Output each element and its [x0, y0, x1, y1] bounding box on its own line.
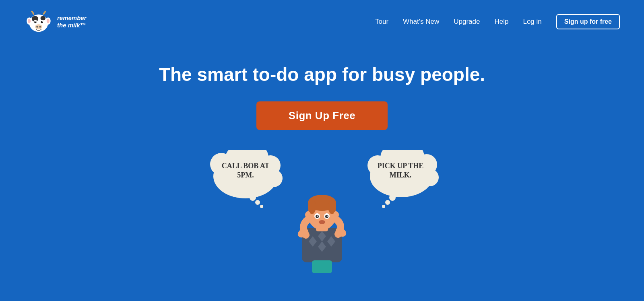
svg-point-9 — [34, 21, 36, 23]
svg-point-11 — [35, 21, 36, 22]
svg-point-2 — [28, 19, 31, 23]
hero-headline: The smart to-do app for busy people. — [159, 64, 485, 85]
main-nav: remember the milk™ Tour What's New Upgra… — [0, 0, 644, 43]
svg-point-12 — [42, 21, 43, 22]
brand-line1: remember — [57, 14, 87, 21]
thought-right-text: PICK UP THE MILK. — [378, 162, 424, 179]
svg-point-51 — [317, 216, 318, 217]
svg-point-24 — [260, 205, 263, 208]
svg-point-52 — [327, 216, 328, 217]
nav-upgrade[interactable]: Upgrade — [454, 18, 480, 26]
svg-point-31 — [389, 194, 396, 201]
svg-point-23 — [255, 200, 260, 205]
nav-links: Tour What's New Upgrade Help Log in Sign… — [375, 14, 620, 29]
brand-line2: the milk™ — [57, 22, 86, 29]
thought-left-text: CALL BOB AT 5PM. — [222, 162, 270, 179]
hero-section: The smart to-do app for busy people. Sig… — [0, 43, 644, 275]
svg-point-33 — [382, 205, 385, 208]
svg-point-14 — [36, 26, 38, 28]
svg-point-13 — [35, 24, 42, 29]
thought-bubble-right: PICK UP THE MILK. — [362, 150, 439, 206]
nav-signup-button[interactable]: Sign up for free — [556, 14, 620, 29]
thought-bubble-left: CALL BOB AT 5PM. — [205, 150, 286, 206]
svg-point-10 — [41, 21, 43, 23]
logo[interactable]: remember the milk™ — [24, 7, 87, 36]
person-illustration — [288, 169, 356, 275]
nav-tour[interactable]: Tour — [375, 18, 388, 26]
svg-point-53 — [319, 220, 325, 224]
nav-help[interactable]: Help — [494, 18, 508, 26]
svg-point-22 — [250, 194, 256, 201]
svg-point-4 — [47, 19, 50, 23]
svg-point-6 — [41, 16, 46, 21]
svg-point-32 — [385, 200, 390, 205]
svg-point-15 — [39, 26, 41, 28]
hero-illustration: CALL BOB AT 5PM. PICK UP THE MILK. — [201, 146, 443, 275]
nav-login[interactable]: Log in — [523, 18, 541, 26]
svg-rect-39 — [312, 260, 332, 273]
hero-signup-button[interactable]: Sign Up Free — [256, 101, 388, 130]
nav-whats-new[interactable]: What's New — [403, 18, 439, 26]
brand-name: remember the milk™ — [57, 14, 87, 29]
cow-logo-icon — [24, 7, 53, 36]
person-svg — [288, 169, 356, 273]
